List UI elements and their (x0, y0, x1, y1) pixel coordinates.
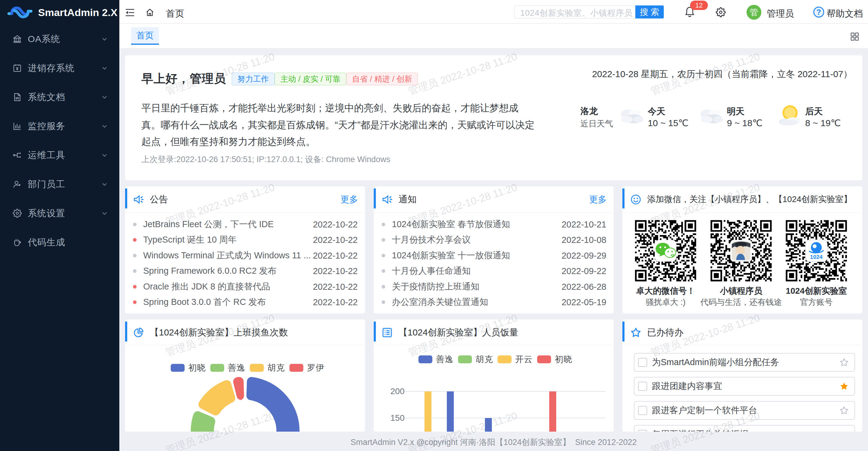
svg-text:1024: 1024 (810, 254, 823, 260)
